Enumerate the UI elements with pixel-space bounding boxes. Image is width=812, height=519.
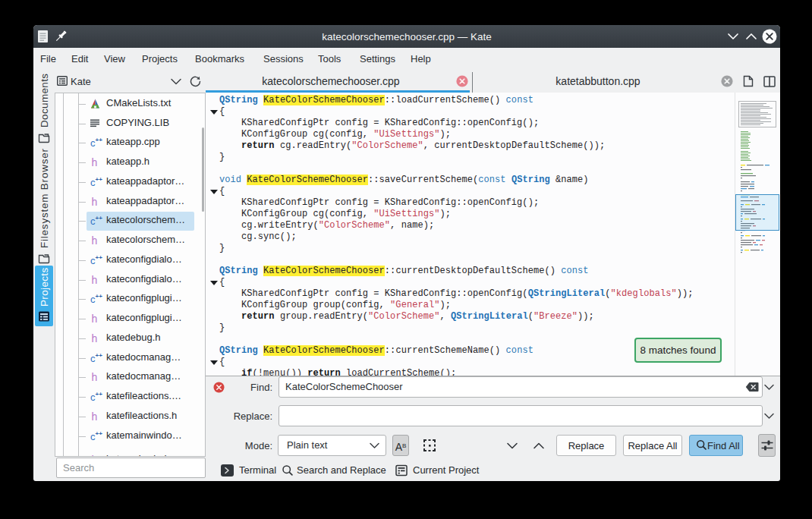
svg-text:h: h (92, 156, 98, 168)
svg-text:++: ++ (96, 391, 103, 398)
svg-text:h: h (92, 234, 98, 247)
svg-text:h: h (92, 410, 98, 423)
svg-text:h: h (92, 313, 98, 325)
svg-text:++: ++ (96, 352, 103, 359)
svg-text:++: ++ (96, 176, 103, 183)
svg-text:++: ++ (96, 254, 103, 261)
svg-text:h: h (92, 371, 98, 383)
svg-text:h: h (92, 454, 98, 458)
svg-text:++: ++ (96, 430, 103, 437)
svg-text:++: ++ (96, 215, 103, 222)
svg-text:++: ++ (96, 137, 103, 143)
svg-text:h: h (92, 196, 98, 208)
svg-text:++: ++ (96, 293, 103, 300)
svg-text:h: h (92, 332, 98, 344)
svg-text:h: h (92, 274, 98, 286)
